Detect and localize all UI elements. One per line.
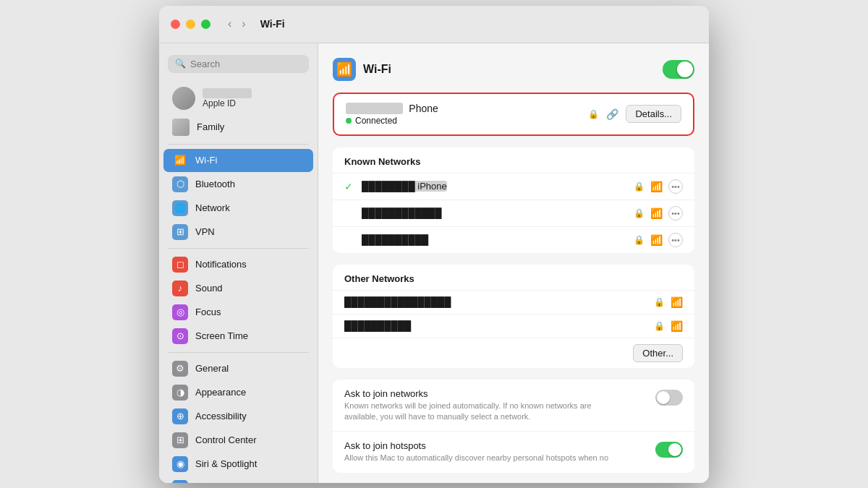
other-network-name-0: ████████████████	[344, 296, 451, 307]
sidebar-item-siri[interactable]: ◉ Siri & Spotlight	[163, 453, 313, 476]
network-icon: 🌐	[172, 200, 188, 216]
search-box[interactable]: 🔍	[168, 55, 309, 73]
other-network-left-1: ██████████	[344, 320, 654, 331]
ask-join-toggle[interactable]	[655, 390, 683, 406]
sidebar-label-siri: Siri & Spotlight	[195, 458, 257, 469]
sidebar-item-notifications[interactable]: ◻ Notifications	[163, 253, 313, 276]
details-button[interactable]: Details...	[626, 105, 681, 123]
more-options-button-1[interactable]: •••	[668, 206, 683, 221]
family-avatar	[172, 119, 190, 136]
known-network-name-1: ████████████	[362, 207, 442, 218]
sidebar-item-family[interactable]: Family	[163, 115, 313, 140]
search-icon: 🔍	[175, 59, 186, 69]
ask-hotspots-desc: Allow this Mac to automatically discover…	[344, 453, 615, 463]
known-networks-card: Known Networks ✓ ████████ iPhone 🔒 📶 •••…	[333, 147, 694, 253]
sound-icon: ♪	[172, 281, 188, 296]
sidebar-item-privacy[interactable]: ◈ Privacy & Security	[163, 476, 313, 483]
controlcenter-icon: ⊞	[172, 432, 188, 448]
ask-join-knob	[657, 391, 670, 404]
other-wifi-signal-0: 📶	[671, 296, 683, 308]
forward-button[interactable]: ›	[239, 16, 248, 32]
connected-status-text: Connected	[355, 116, 397, 126]
ask-hotspots-toggle[interactable]	[655, 442, 683, 458]
known-network-row-2[interactable]: ✓ ██████████ 🔒 📶 •••	[333, 226, 694, 253]
sidebar-label-vpn: VPN	[195, 226, 215, 237]
ask-hotspots-knob	[668, 443, 681, 456]
sidebar-item-accessibility[interactable]: ⊕ Accessibility	[163, 405, 313, 428]
sidebar-item-controlcenter[interactable]: ⊞ Control Center	[163, 429, 313, 452]
other-network-row-0[interactable]: ████████████████ 🔒 📶	[333, 290, 694, 314]
wifi-icon: 📶	[172, 153, 188, 168]
sidebar-label-general: General	[195, 363, 229, 374]
siri-icon: ◉	[172, 456, 188, 472]
other-network-left-0: ████████████████	[344, 296, 654, 307]
toggle-knob	[677, 61, 693, 77]
sidebar-item-sound[interactable]: ♪ Sound	[163, 277, 313, 300]
sidebar-section-system: ◻ Notifications ♪ Sound ◎ Focus ⊙ Screen…	[159, 253, 318, 348]
sidebar-item-vpn[interactable]: ⊞ VPN	[163, 221, 313, 244]
focus-icon: ◎	[172, 304, 188, 320]
apple-id-name: ████████	[203, 88, 252, 98]
sidebar-label-sound: Sound	[195, 283, 223, 294]
divider	[168, 144, 309, 145]
known-network-row-1[interactable]: ✓ ████████████ 🔒 📶 •••	[333, 200, 694, 226]
wifi-header-left: 📶 Wi-Fi	[333, 58, 391, 81]
wifi-signal-icon-1: 📶	[650, 207, 663, 219]
connected-network-suffix: Phone	[409, 103, 438, 114]
wifi-signal-icon-0: 📶	[650, 181, 663, 192]
known-network-icons-1: 🔒 📶 •••	[634, 206, 683, 221]
sidebar-item-bluetooth[interactable]: ⬡ Bluetooth	[163, 173, 313, 196]
sidebar-item-appearance[interactable]: ◑ Appearance	[163, 381, 313, 404]
sidebar-item-focus[interactable]: ◎ Focus	[163, 301, 313, 324]
wifi-toggle[interactable]	[663, 60, 694, 79]
checkmark-icon: ✓	[344, 181, 356, 192]
sidebar-label-appearance: Appearance	[195, 387, 246, 398]
other-networks-card: Other Networks ████████████████ 🔒 📶 ████…	[333, 265, 694, 368]
known-network-icons-2: 🔒 📶 •••	[634, 233, 683, 247]
known-networks-header: Known Networks	[333, 147, 694, 173]
wifi-signal-icon-2: 📶	[650, 234, 663, 246]
sidebar-item-apple-id[interactable]: ████████ Apple ID	[163, 82, 313, 114]
accessibility-icon: ⊕	[172, 408, 188, 424]
vpn-icon: ⊞	[172, 224, 188, 240]
more-options-button-0[interactable]: •••	[668, 179, 683, 194]
more-options-button-2[interactable]: •••	[668, 233, 683, 247]
lock-icon-2: 🔒	[634, 235, 644, 245]
sidebar-item-network[interactable]: 🌐 Network	[163, 197, 313, 220]
sidebar-label-controlcenter: Control Center	[195, 435, 257, 445]
other-button[interactable]: Other...	[633, 344, 683, 362]
lock-icon-0: 🔒	[634, 181, 644, 192]
ask-join-networks-row: Ask to join networks Known networks will…	[333, 380, 694, 432]
divider2	[168, 248, 309, 249]
wifi-large-icon: 📶	[333, 58, 356, 81]
sidebar-item-wifi[interactable]: 📶 Wi-Fi	[163, 149, 313, 172]
known-network-row-0[interactable]: ✓ ████████ iPhone 🔒 📶 •••	[333, 173, 694, 200]
wifi-heading: Wi-Fi	[363, 63, 391, 76]
titlebar: ‹ › Wi-Fi	[159, 6, 709, 43]
lock-icon-1: 🔒	[634, 208, 644, 218]
other-network-icons-1: 🔒 📶	[654, 320, 683, 332]
known-network-left-1: ✓ ████████████	[344, 207, 634, 219]
minimize-button[interactable]	[186, 20, 195, 29]
sidebar-label-screentime: Screen Time	[195, 330, 248, 341]
settings-window: ‹ › Wi-Fi 🔍 ████████ Apple ID	[159, 6, 709, 483]
other-network-name-1: ██████████	[344, 320, 411, 331]
back-button[interactable]: ‹	[225, 16, 234, 32]
apple-id-text: ████████ Apple ID	[203, 88, 252, 108]
maximize-button[interactable]	[201, 20, 210, 29]
sidebar-item-screentime[interactable]: ⊙ Screen Time	[163, 325, 313, 348]
other-wifi-signal-1: 📶	[671, 320, 683, 332]
connected-network-left: ████████ Phone Connected	[346, 103, 438, 126]
known-network-left-2: ✓ ██████████	[344, 234, 634, 246]
search-input[interactable]	[190, 59, 302, 69]
appearance-icon: ◑	[172, 385, 188, 401]
other-network-row-1[interactable]: ██████████ 🔒 📶	[333, 314, 694, 338]
sidebar-label-privacy: Privacy & Security	[195, 482, 271, 483]
other-lock-icon-0: 🔒	[654, 297, 665, 307]
content-area: 🔍 ████████ Apple ID Family	[159, 43, 709, 483]
close-button[interactable]	[171, 20, 180, 29]
sidebar-item-general[interactable]: ⚙ General	[163, 357, 313, 380]
other-network-icons-0: 🔒 📶	[654, 296, 683, 308]
general-icon: ⚙	[172, 361, 188, 377]
ask-hotspots-text: Ask to join hotspots Allow this Mac to a…	[344, 440, 615, 463]
